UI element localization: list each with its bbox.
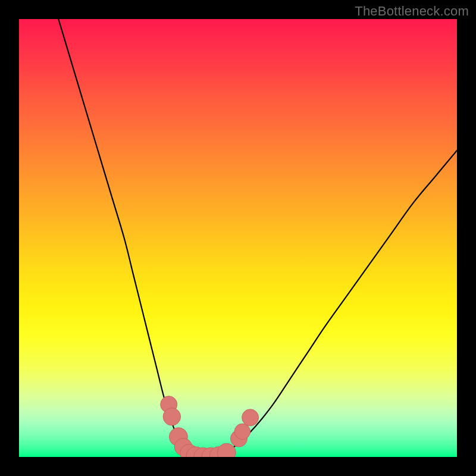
bottleneck-curve-path [58,19,457,457]
curve-marker [163,408,180,425]
bottleneck-curve-svg [19,19,457,457]
watermark-text: TheBottleneck.com [355,4,469,19]
curve-marker [217,443,236,457]
plot-area [19,19,457,457]
curve-marker [242,409,259,426]
curve-marker [234,424,250,440]
curve-markers [161,396,259,457]
chart-frame: TheBottleneck.com [0,0,476,476]
